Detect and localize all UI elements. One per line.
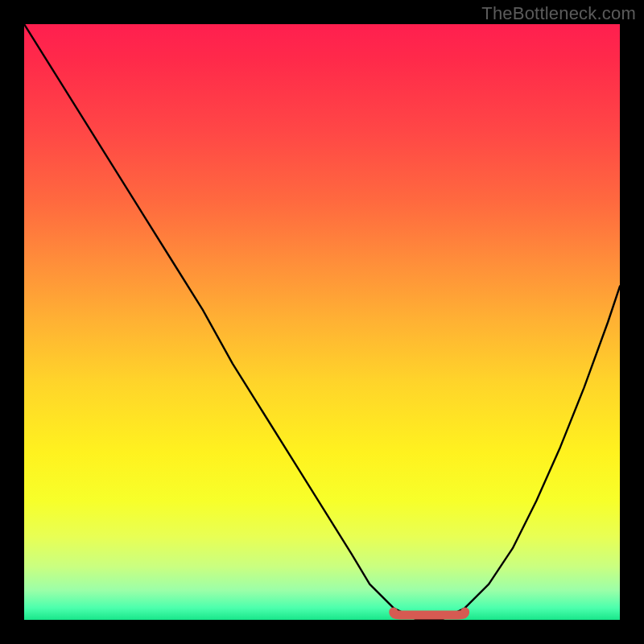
optimal-range-marker	[394, 612, 465, 615]
chart-svg	[24, 24, 620, 620]
bottleneck-curve	[24, 24, 620, 620]
chart-frame: TheBottleneck.com	[0, 0, 644, 644]
watermark-text: TheBottleneck.com	[481, 3, 636, 24]
plot-area	[24, 24, 620, 620]
